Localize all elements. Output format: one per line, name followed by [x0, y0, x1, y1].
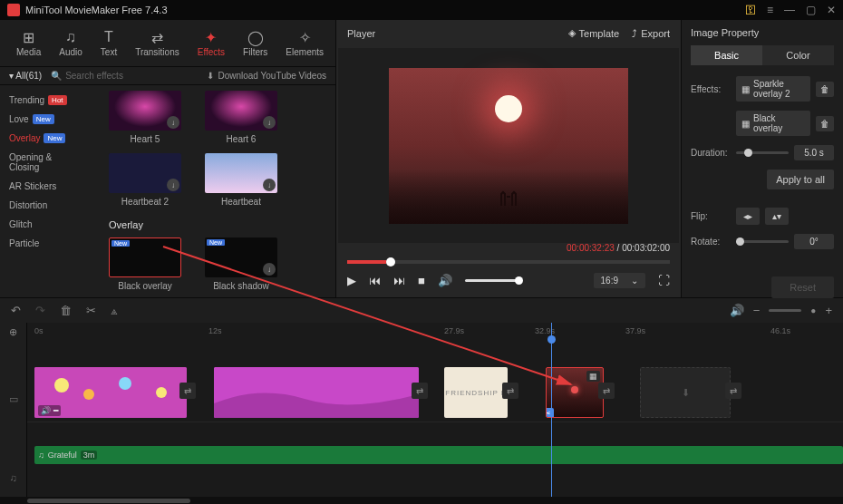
tool-filters[interactable]: ◯Filters	[234, 25, 276, 61]
ruler-mark: 27.9s	[444, 326, 464, 335]
rotate-label: Rotate:	[691, 237, 731, 247]
download-youtube-link[interactable]: ⬇ Download YouTube Videos	[207, 71, 326, 81]
volume-slider[interactable]	[465, 279, 519, 282]
effect-badge: ▦	[586, 371, 600, 382]
duration-label: Duration:	[691, 148, 731, 158]
tool-elements[interactable]: ✧Elements	[276, 25, 333, 61]
zoom-out-button[interactable]: −	[753, 304, 761, 317]
audio-clip[interactable]: ♫ Grateful 3m	[34, 446, 843, 464]
ruler-mark: 37.9s	[625, 326, 645, 335]
effect-black-shadow[interactable]: New↓Black shadow	[205, 237, 277, 291]
tab-color[interactable]: Color	[762, 45, 834, 65]
redo-button[interactable]: ↷	[35, 304, 45, 317]
add-track-button[interactable]: ⊕	[0, 323, 26, 341]
category-particle[interactable]: Particle	[0, 234, 83, 253]
crop-button[interactable]: ⟁	[111, 304, 118, 317]
time-current: 00:00:32:23	[567, 243, 615, 253]
clip[interactable]	[214, 367, 419, 418]
key-icon[interactable]: ⚿	[745, 4, 756, 16]
playhead[interactable]	[551, 323, 552, 497]
video-preview[interactable]	[338, 48, 679, 243]
category-trending[interactable]: Trending Hot	[0, 91, 83, 110]
effects-label: Effects:	[691, 84, 731, 94]
transition-icon[interactable]: ⇄	[412, 383, 428, 399]
template-button[interactable]: ◈ Template	[568, 27, 620, 39]
flip-h-button[interactable]: ◂▸	[736, 208, 760, 225]
menu-icon[interactable]: ≡	[767, 4, 773, 16]
effect-heart-6[interactable]: ↓Heart 6	[205, 91, 277, 144]
reset-button[interactable]: Reset	[771, 276, 834, 298]
category-love[interactable]: Love New	[0, 110, 83, 129]
rotate-value[interactable]: 0°	[794, 234, 834, 249]
export-button[interactable]: ⤴ Export	[632, 28, 670, 39]
rotate-slider[interactable]	[736, 240, 789, 243]
app-title: MiniTool MovieMaker Free 7.4.3	[25, 5, 168, 15]
duration-slider[interactable]	[736, 151, 789, 154]
category-overlay[interactable]: Overlay New	[0, 129, 83, 148]
volume-indicator[interactable]: 🔊 ━	[38, 405, 61, 416]
tool-text[interactable]: TText	[92, 25, 126, 61]
panel-title: Image Property	[691, 27, 834, 38]
transition-icon[interactable]: ⇄	[502, 383, 518, 399]
transition-icon[interactable]: ⇄	[179, 383, 196, 399]
maximize-icon[interactable]: ▢	[806, 4, 816, 16]
close-icon[interactable]: ✕	[827, 4, 836, 16]
scrollbar-thumb[interactable]	[27, 499, 190, 503]
svg-point-4	[156, 387, 167, 398]
audio-track-icon: ♫	[0, 458, 26, 497]
speaker-icon[interactable]: 🔊	[730, 304, 744, 317]
clip[interactable]: FRIENDSHIP F	[444, 367, 508, 418]
duration-value[interactable]: 5.0 s	[794, 145, 834, 160]
zoom-thumb[interactable]: ●	[810, 305, 816, 315]
tab-basic[interactable]: Basic	[691, 45, 762, 65]
effect-black-overlay[interactable]: NewBlack overlay	[109, 237, 181, 291]
next-button[interactable]: ⏭	[393, 274, 405, 287]
transition-icon[interactable]: ⇄	[598, 383, 615, 399]
all-filter[interactable]: ▾ All(61)	[9, 71, 42, 81]
category-distortion[interactable]: Distortion	[0, 196, 83, 215]
tool-transitions[interactable]: ⇄Transitions	[126, 25, 189, 61]
category-glitch[interactable]: Glitch	[0, 215, 83, 234]
ruler-mark: 46.1s	[770, 326, 790, 335]
effect-heartbeat[interactable]: ↓Heartbeat	[205, 153, 277, 207]
effect-heartbeat-2[interactable]: ↓Heartbeat 2	[109, 153, 181, 207]
split-button[interactable]: ✂	[86, 304, 96, 317]
search-input[interactable]: 🔍 Search effects	[51, 71, 198, 81]
transition-icon[interactable]: ⇄	[725, 383, 741, 399]
category-ar[interactable]: AR Stickers	[0, 177, 83, 196]
tool-media[interactable]: ⊞Media	[7, 25, 50, 61]
category-opening[interactable]: Opening & Closing	[0, 148, 83, 177]
flip-v-button[interactable]: ▴▾	[765, 208, 789, 225]
ruler-mark: 0s	[34, 326, 44, 335]
zoom-in-button[interactable]: +	[825, 304, 832, 317]
undo-button[interactable]: ↶	[11, 304, 21, 317]
delete-effect-button[interactable]: 🗑	[816, 82, 834, 97]
effect-chip[interactable]: ▦ Black overlay	[736, 111, 810, 136]
apply-all-button[interactable]: Apply to all	[767, 170, 834, 189]
volume-icon[interactable]: 🔊	[438, 274, 452, 287]
tool-audio[interactable]: ♫Audio	[50, 25, 92, 61]
effect-chip[interactable]: ▦ Sparkle overlay 2	[736, 76, 810, 102]
svg-point-3	[119, 377, 131, 390]
clip-selected[interactable]: ▦ ✂	[546, 367, 604, 418]
stop-button[interactable]: ■	[418, 274, 425, 287]
svg-point-1	[54, 378, 69, 393]
seekbar[interactable]	[347, 260, 670, 264]
play-button[interactable]: ▶	[347, 274, 356, 287]
svg-point-2	[83, 389, 94, 400]
clip[interactable]: 🔊 ━	[34, 367, 187, 418]
minimize-icon[interactable]: ―	[784, 4, 795, 16]
app-logo	[7, 4, 20, 16]
zoom-slider[interactable]	[769, 309, 801, 312]
video-track-icon: ▭	[0, 380, 26, 419]
cut-badge: ✂	[546, 408, 554, 418]
effect-heart-5[interactable]: ↓Heart 5	[109, 91, 181, 144]
tool-effects[interactable]: ✦Effects	[189, 25, 234, 61]
aspect-select[interactable]: 16:9⌄	[594, 273, 645, 288]
delete-effect-button[interactable]: 🗑	[816, 116, 834, 131]
prev-button[interactable]: ⏮	[369, 274, 381, 287]
section-title: Overlay	[89, 216, 330, 237]
delete-button[interactable]: 🗑	[60, 304, 72, 317]
fullscreen-button[interactable]: ⛶	[658, 274, 670, 287]
empty-clip[interactable]: ⬇	[640, 367, 731, 418]
